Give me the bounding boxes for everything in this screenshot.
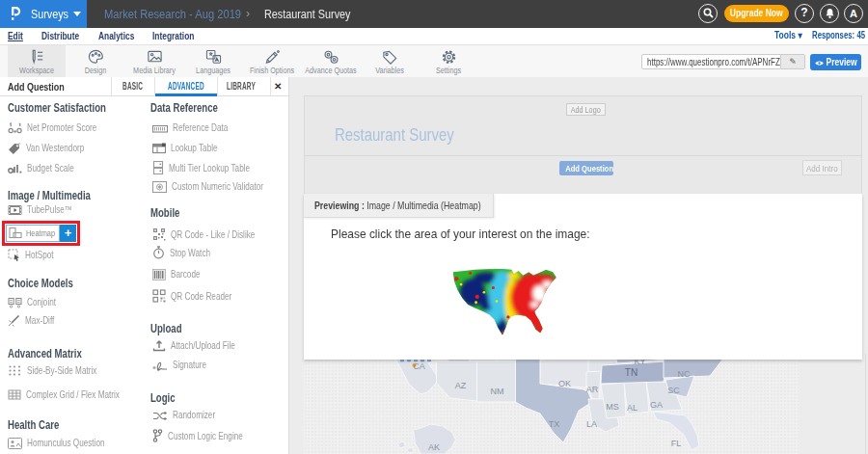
svg-text:OK: OK [557,379,570,388]
svg-text:AR: AR [585,385,598,394]
svg-text:LA: LA [585,419,596,429]
svg-text:AZ: AZ [454,381,466,390]
svg-text:TX: TX [548,419,559,429]
svg-text:AK: AK [427,442,439,452]
svg-text:FL: FL [670,439,681,448]
svg-text:MS: MS [606,402,619,412]
svg-text:NM: NM [490,387,503,396]
svg-text:AL: AL [626,403,637,413]
svg-text:SC: SC [667,386,680,395]
svg-text:CA: CA [413,361,425,371]
svg-text:NC: NC [677,369,690,379]
svg-text:TN: TN [624,367,637,378]
svg-text:GA: GA [649,400,662,410]
